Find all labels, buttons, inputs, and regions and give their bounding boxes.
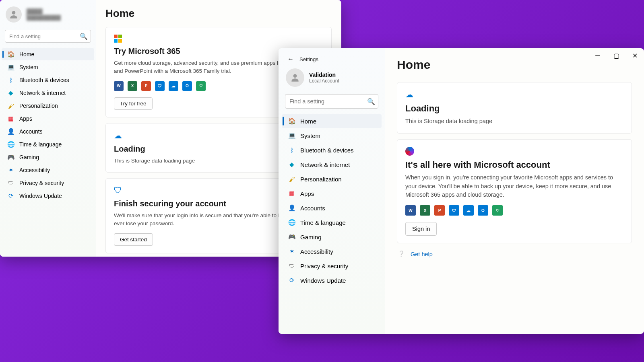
sidebar-item-accessibility[interactable]: ✶Accessibility (2, 164, 94, 176)
sidebar: ← Settings Validation Local Account 🔍 🏠H… (279, 48, 385, 334)
sidebar-item-label: Windows Update (300, 277, 346, 284)
word-icon: W (114, 81, 124, 91)
sidebar-item-accounts[interactable]: 👤Accounts (282, 201, 382, 215)
app-icons-row-right: WXP🛡☁O♡ (405, 205, 623, 216)
account-header[interactable]: ████ ██████████ (2, 3, 94, 28)
sidebar-item-apps[interactable]: ▦Apps (2, 113, 94, 125)
sidebar-item-gaming[interactable]: 🎮Gaming (2, 151, 94, 163)
personalization-icon: 🖌 (288, 175, 295, 183)
sidebar-item-label: Accounts (300, 205, 325, 212)
sidebar-item-label: Privacy & security (19, 180, 64, 186)
home-icon: 🏠 (288, 117, 295, 125)
powerpoint-icon: P (434, 205, 445, 216)
help-icon: ❔ (398, 251, 405, 257)
try-for-free-button[interactable]: Try for free (114, 97, 153, 110)
titlebar-controls: ─ ▢ ✕ (588, 48, 644, 63)
system-icon: 💻 (288, 132, 295, 139)
sidebar-item-system[interactable]: 💻System (282, 129, 382, 142)
onedrive-icon: ☁ (463, 205, 474, 216)
time-language-icon: 🌐 (7, 141, 14, 148)
card-microsoft-account: It's all here with Microsoft account Whe… (397, 139, 632, 243)
home-icon: 🏠 (7, 51, 14, 58)
sidebar-item-label: Accessibility (19, 167, 50, 173)
sidebar-item-privacy-security[interactable]: 🛡Privacy & security (282, 259, 382, 273)
avatar-icon (286, 68, 304, 87)
sidebar-item-time-language[interactable]: 🌐Time & language (2, 138, 94, 150)
system-icon: 💻 (7, 64, 14, 71)
account-subtext: Local Account (309, 78, 339, 84)
sidebar-item-bluetooth-devices[interactable]: ᛒBluetooth & devices (282, 143, 382, 157)
bluetooth-devices-icon: ᛒ (288, 146, 295, 154)
sidebar-item-accounts[interactable]: 👤Accounts (2, 125, 94, 138)
word-icon: W (405, 205, 416, 216)
family-icon: ♡ (196, 81, 206, 91)
sidebar-item-bluetooth-devices[interactable]: ᛒBluetooth & devices (2, 74, 94, 86)
nav-list-left: 🏠Home💻SystemᛒBluetooth & devices◆Network… (2, 48, 94, 202)
get-help-link[interactable]: ❔ Get help (397, 249, 632, 259)
apps-icon: ▦ (288, 190, 295, 197)
outlook-icon: O (182, 81, 192, 91)
maximize-button[interactable]: ▢ (607, 48, 625, 63)
account-header[interactable]: Validation Local Account (282, 65, 382, 93)
outlook-icon: O (478, 205, 488, 216)
nav-list-right: 🏠Home💻SystemᛒBluetooth & devices◆Network… (282, 114, 382, 287)
svg-point-0 (12, 11, 16, 14)
accessibility-icon: ✶ (7, 167, 14, 174)
titlebar-left: ← Settings (282, 52, 382, 65)
card-body: This is Storage data loading page (405, 117, 623, 126)
sidebar-item-system[interactable]: 💻System (2, 61, 94, 73)
page-title: Home (105, 7, 332, 20)
sidebar-item-label: Apps (300, 190, 314, 197)
close-button[interactable]: ✕ (625, 48, 644, 63)
sidebar-item-personalization[interactable]: 🖌Personalization (282, 172, 382, 186)
card-title: Loading (405, 103, 623, 114)
sidebar-item-time-language[interactable]: 🌐Time & language (282, 216, 382, 229)
apps-icon: ▦ (7, 115, 14, 122)
main-content: Home ☁ Loading This is Storage data load… (385, 48, 644, 334)
sidebar-item-accessibility[interactable]: ✶Accessibility (282, 245, 382, 258)
accounts-icon: 👤 (7, 128, 14, 135)
defender-icon: 🛡 (449, 205, 459, 216)
sidebar-item-label: Personalization (19, 103, 58, 109)
sidebar-item-label: Home (300, 118, 316, 125)
sidebar-item-gaming[interactable]: 🎮Gaming (282, 230, 382, 244)
avatar-icon (6, 6, 22, 23)
sidebar-item-label: System (300, 132, 320, 139)
accessibility-icon: ✶ (288, 248, 295, 255)
sidebar-item-label: Network & internet (19, 90, 66, 96)
minimize-button[interactable]: ─ (588, 48, 607, 63)
sidebar-item-personalization[interactable]: 🖌Personalization (2, 100, 94, 112)
sidebar-item-label: Time & language (19, 141, 62, 148)
sidebar-item-network-internet[interactable]: ◆Network & internet (2, 87, 94, 99)
sidebar-item-label: Windows Update (19, 193, 62, 199)
sidebar-item-network-internet[interactable]: ◆Network & internet (282, 158, 382, 171)
defender-icon: 🛡 (155, 81, 165, 91)
sidebar-item-label: Apps (19, 115, 32, 122)
app-title: Settings (299, 56, 318, 62)
sign-in-button[interactable]: Sign in (405, 222, 437, 236)
sidebar-item-privacy-security[interactable]: 🛡Privacy & security (2, 177, 94, 189)
network-internet-icon: ◆ (288, 161, 295, 168)
sidebar-item-label: Bluetooth & devices (300, 147, 354, 154)
card-loading: ☁ Loading This is Storage data loading p… (397, 82, 632, 134)
accounts-icon: 👤 (288, 204, 295, 212)
sidebar-item-windows-update[interactable]: ⟳Windows Update (2, 190, 94, 202)
get-started-button[interactable]: Get started (114, 233, 153, 246)
sidebar-item-home[interactable]: 🏠Home (2, 48, 94, 60)
sidebar-item-home[interactable]: 🏠Home (282, 114, 382, 128)
sidebar-item-label: Bluetooth & devices (19, 77, 69, 83)
sidebar-item-label: Gaming (19, 154, 39, 160)
microsoft-logo-icon (114, 35, 323, 43)
settings-window-right: ─ ▢ ✕ ← Settings Validation Local Accoun… (279, 48, 644, 334)
excel-icon: X (420, 205, 430, 216)
family-icon: ♡ (492, 205, 503, 216)
search-input[interactable] (285, 94, 378, 109)
sidebar-item-windows-update[interactable]: ⟳Windows Update (282, 274, 382, 287)
sidebar-item-apps[interactable]: ▦Apps (282, 187, 382, 200)
search-wrap: 🔍 (5, 30, 91, 43)
personalization-icon: 🖌 (7, 102, 14, 109)
search-input[interactable] (5, 30, 91, 43)
card-title: It's all here with Microsoft account (405, 160, 623, 170)
back-button[interactable]: ← (287, 56, 294, 63)
sidebar-item-label: Accessibility (300, 248, 333, 255)
